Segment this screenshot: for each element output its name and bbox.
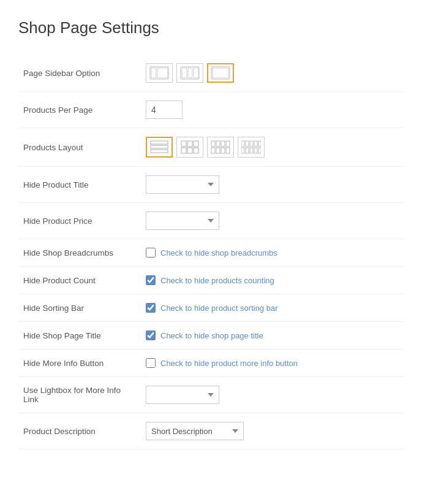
hide-more-info-button-check-row: Check to hide product more info button <box>146 358 399 368</box>
hide-product-price-row: Hide Product Price Yes No <box>18 203 404 239</box>
svg-rect-16 <box>187 148 192 153</box>
sidebar-center-icon <box>180 66 200 80</box>
svg-rect-3 <box>181 67 199 79</box>
svg-rect-14 <box>194 141 198 147</box>
sidebar-center-button[interactable] <box>176 63 203 83</box>
hide-shop-breadcrumbs-checkbox[interactable] <box>146 248 156 258</box>
product-description-select[interactable]: Short Description Full Description None <box>146 422 244 440</box>
svg-rect-28 <box>250 141 253 147</box>
hide-product-title-control: Yes No <box>141 167 404 203</box>
hide-product-count-row: Hide Product Count Check to hide product… <box>18 267 404 294</box>
layout-grid5-icon <box>241 140 261 155</box>
hide-product-count-check-label: Check to hide products counting <box>160 276 274 285</box>
hide-sorting-bar-label: Hide Sorting Bar <box>18 294 141 322</box>
svg-rect-33 <box>250 148 253 153</box>
svg-rect-1 <box>151 68 156 78</box>
svg-rect-2 <box>157 68 168 78</box>
products-per-page-row: Products Per Page <box>18 92 404 128</box>
hide-shop-breadcrumbs-control: Check to hide shop breadcrumbs <box>141 239 404 267</box>
layout-grid3-button[interactable] <box>176 137 203 158</box>
products-per-page-label: Products Per Page <box>18 92 141 128</box>
hide-shop-page-title-checkbox[interactable] <box>146 330 156 340</box>
product-description-label: Product Description <box>18 413 141 449</box>
hide-more-info-button-check-label: Check to hide product more info button <box>160 359 298 368</box>
products-per-page-control <box>141 92 404 128</box>
svg-rect-13 <box>187 141 192 147</box>
sidebar-left-button[interactable] <box>146 63 173 83</box>
sidebar-left-icon <box>149 66 169 80</box>
hide-product-price-control: Yes No <box>141 203 404 239</box>
hide-shop-breadcrumbs-check-label: Check to hide shop breadcrumbs <box>160 248 277 258</box>
svg-rect-32 <box>246 148 249 153</box>
svg-rect-25 <box>226 148 230 153</box>
svg-rect-17 <box>194 148 198 153</box>
products-per-page-input[interactable] <box>146 101 183 119</box>
hide-sorting-bar-check-row: Check to hide product sorting bar <box>146 303 399 313</box>
hide-more-info-button-label: Hide More Info Button <box>18 349 141 377</box>
svg-rect-29 <box>254 141 257 147</box>
svg-rect-30 <box>258 141 261 147</box>
product-description-control: Short Description Full Description None <box>141 413 404 449</box>
svg-rect-9 <box>151 141 168 144</box>
svg-rect-18 <box>211 141 215 147</box>
hide-shop-breadcrumbs-label: Hide Shop Breadcrumbs <box>18 239 141 267</box>
use-lightbox-select[interactable]: Yes No <box>146 386 219 404</box>
layout-grid3-icon <box>180 140 200 155</box>
hide-product-count-label: Hide Product Count <box>18 267 141 294</box>
sidebar-option-label: Page Sidebar Option <box>18 55 141 92</box>
hide-product-title-row: Hide Product Title Yes No <box>18 167 404 203</box>
hide-sorting-bar-row: Hide Sorting Bar Check to hide product s… <box>18 294 404 322</box>
svg-rect-26 <box>241 141 244 147</box>
hide-product-count-control: Check to hide products counting <box>141 267 404 294</box>
hide-shop-page-title-check-label: Check to hide shop page title <box>160 331 263 340</box>
sidebar-option-buttons <box>146 63 399 83</box>
svg-rect-20 <box>221 141 225 147</box>
layout-grid5-button[interactable] <box>238 137 265 158</box>
svg-rect-21 <box>226 141 230 147</box>
svg-rect-22 <box>211 148 215 153</box>
sidebar-none-button[interactable] <box>207 63 234 83</box>
hide-more-info-button-row: Hide More Info Button Check to hide prod… <box>18 349 404 377</box>
hide-sorting-bar-control: Check to hide product sorting bar <box>141 294 404 322</box>
sidebar-option-row: Page Sidebar Option <box>18 55 404 92</box>
svg-rect-34 <box>254 148 257 153</box>
page-title: Shop Page Settings <box>18 18 404 37</box>
use-lightbox-label: Use Lightbox for More Info Link <box>18 377 141 413</box>
hide-shop-page-title-row: Hide Shop Page Title Check to hide shop … <box>18 322 404 349</box>
hide-sorting-bar-checkbox[interactable] <box>146 303 156 313</box>
hide-product-title-select[interactable]: Yes No <box>146 175 219 194</box>
hide-sorting-bar-check-label: Check to hide product sorting bar <box>160 304 278 313</box>
svg-rect-27 <box>246 141 249 147</box>
svg-rect-23 <box>216 148 220 153</box>
products-layout-row: Products Layout <box>18 128 404 167</box>
products-layout-label: Products Layout <box>18 128 141 167</box>
layout-grid4-button[interactable] <box>207 137 234 158</box>
product-description-row: Product Description Short Description Fu… <box>18 413 404 449</box>
layout-grid4-icon <box>211 140 230 155</box>
svg-rect-8 <box>213 68 228 78</box>
svg-rect-12 <box>181 141 186 147</box>
hide-product-price-label: Hide Product Price <box>18 203 141 239</box>
hide-product-price-select[interactable]: Yes No <box>146 212 219 230</box>
svg-rect-35 <box>258 148 261 153</box>
svg-rect-6 <box>194 68 198 78</box>
sidebar-option-control <box>141 55 404 92</box>
svg-rect-31 <box>241 148 244 153</box>
svg-rect-11 <box>151 150 168 153</box>
use-lightbox-row: Use Lightbox for More Info Link Yes No <box>18 377 404 413</box>
svg-rect-4 <box>182 68 187 78</box>
svg-rect-24 <box>221 148 225 153</box>
hide-shop-page-title-label: Hide Shop Page Title <box>18 322 141 349</box>
svg-rect-15 <box>181 148 186 153</box>
hide-shop-page-title-check-row: Check to hide shop page title <box>146 330 399 340</box>
hide-more-info-button-checkbox[interactable] <box>146 358 156 368</box>
hide-shop-breadcrumbs-check-row: Check to hide shop breadcrumbs <box>146 248 399 258</box>
layout-list-button[interactable] <box>146 137 173 158</box>
hide-product-count-check-row: Check to hide products counting <box>146 275 399 285</box>
hide-product-count-checkbox[interactable] <box>146 275 156 285</box>
layout-list-icon <box>149 140 169 155</box>
hide-product-title-label: Hide Product Title <box>18 167 141 203</box>
layout-option-buttons <box>146 137 399 158</box>
svg-rect-0 <box>150 67 168 79</box>
hide-more-info-button-control: Check to hide product more info button <box>141 349 404 377</box>
